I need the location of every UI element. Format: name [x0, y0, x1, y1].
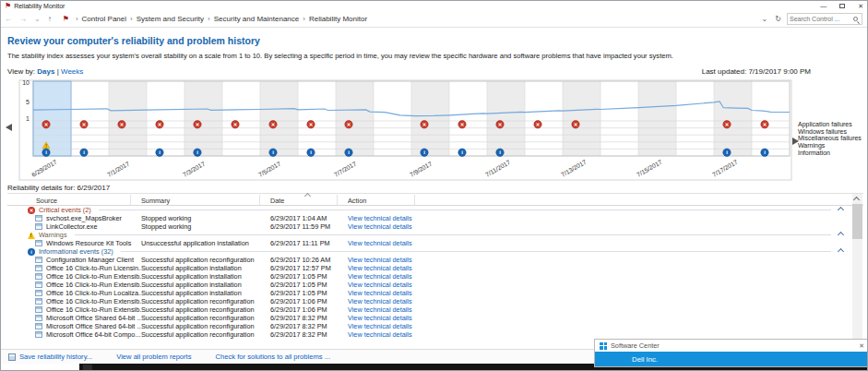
table-row[interactable]: Microsoft Office 64-bit Compo...Successf… [7, 330, 863, 339]
chart-day-column[interactable] [147, 81, 184, 156]
information-event-icon[interactable]: i [723, 149, 731, 156]
search-input[interactable] [788, 16, 853, 22]
view-technical-details-link[interactable]: View technical details [348, 322, 412, 330]
information-event-icon[interactable]: i [42, 149, 50, 156]
close-button[interactable]: ✕ [858, 3, 863, 10]
table-row[interactable]: Microsoft Office Shared 64-bit ...Succes… [7, 314, 863, 322]
view-technical-details-link[interactable]: View technical details [348, 239, 412, 247]
breadcrumb-item[interactable]: Control Panel [82, 15, 126, 23]
group-header-row[interactable]: iInformational events (32) [7, 247, 863, 256]
up-button[interactable]: ↑ [48, 15, 52, 23]
column-header-summary[interactable]: Summary [141, 197, 170, 205]
column-divider[interactable] [130, 195, 131, 205]
critical-event-icon[interactable]: ✕ [80, 121, 88, 128]
breadcrumb-item[interactable]: System and Security [137, 15, 204, 23]
chart-day-column[interactable] [336, 81, 374, 156]
chart-day-column[interactable] [411, 81, 449, 156]
table-row[interactable]: Office 16 Click-to-Run Extensib...Succes… [7, 305, 863, 314]
search-icon[interactable] [853, 17, 858, 21]
critical-event-icon[interactable]: ✕ [345, 121, 352, 128]
chart-day-column[interactable] [449, 81, 487, 156]
table-row[interactable]: svchost.exe_MapsBrokerStopped working6/2… [7, 214, 863, 222]
breadcrumb-item[interactable]: Security and Maintenance [214, 15, 300, 23]
column-header-date[interactable]: Date [270, 197, 284, 205]
information-event-icon[interactable]: i [194, 149, 201, 156]
address-dropdown-icon[interactable]: ⌄ [762, 15, 768, 23]
critical-event-icon[interactable]: ✕ [194, 121, 201, 128]
view-technical-details-link[interactable]: View technical details [348, 305, 412, 314]
critical-event-icon[interactable]: ✕ [572, 121, 579, 128]
table-row[interactable]: Office 16 Click-to-Run Localiza...Succes… [7, 289, 863, 297]
view-technical-details-link[interactable]: View technical details [348, 214, 412, 222]
table-row[interactable]: Office 16 Click-to-Run Extensib...Succes… [7, 281, 863, 289]
information-event-icon[interactable]: i [496, 149, 504, 156]
information-event-icon[interactable]: i [345, 149, 352, 156]
chart-day-column[interactable] [638, 81, 676, 156]
critical-event-icon[interactable]: ✕ [534, 121, 541, 128]
forward-button[interactable]: → [19, 15, 27, 23]
recent-pages-chevron-icon[interactable]: ⌄ [34, 15, 41, 23]
view-technical-details-link[interactable]: View technical details [348, 256, 412, 264]
chart-day-column[interactable] [525, 81, 563, 156]
critical-event-icon[interactable]: ✕ [307, 121, 315, 128]
chart-day-column[interactable] [600, 81, 638, 156]
view-by-days[interactable]: Days [37, 67, 54, 76]
footer-link[interactable]: Save reliability history... [8, 353, 92, 361]
information-event-icon[interactable]: i [156, 149, 163, 156]
chart-day-column[interactable] [71, 81, 109, 156]
information-event-icon[interactable]: i [80, 149, 88, 156]
chart-day-column[interactable] [109, 81, 147, 156]
information-event-icon[interactable]: i [307, 149, 315, 156]
view-technical-details-link[interactable]: View technical details [348, 281, 412, 289]
collapse-group-icon[interactable] [838, 248, 844, 255]
chart-day-column[interactable] [374, 81, 411, 156]
table-row[interactable]: Microsoft Office Shared 64-bit ...Succes… [7, 322, 863, 330]
breadcrumb-item[interactable]: Reliability Monitor [309, 15, 367, 23]
minimize-button[interactable]: — [820, 3, 826, 9]
column-divider[interactable] [259, 195, 260, 205]
chart-day-column[interactable] [676, 81, 714, 156]
chart-day-column[interactable] [563, 81, 600, 156]
critical-event-icon[interactable]: ✕ [156, 121, 163, 128]
chart-day-column[interactable] [222, 81, 260, 156]
chart-day-column[interactable] [184, 81, 222, 156]
collapse-group-icon[interactable] [838, 232, 844, 238]
critical-event-icon[interactable]: ✕ [458, 121, 466, 128]
view-technical-details-link[interactable]: View technical details [348, 289, 412, 297]
critical-event-icon[interactable]: ✕ [269, 121, 277, 128]
column-header-action[interactable]: Action [348, 197, 366, 205]
information-event-icon[interactable]: i [269, 149, 277, 156]
column-divider[interactable] [414, 195, 415, 205]
view-by-weeks[interactable]: Weeks [61, 67, 83, 76]
chart-day-column[interactable] [260, 81, 298, 156]
view-technical-details-link[interactable]: View technical details [348, 222, 412, 231]
group-header-row[interactable]: ✕Critical events (2) [7, 206, 863, 214]
maximize-button[interactable] [839, 4, 845, 8]
table-row[interactable]: Office 16 Click-to-Run Extensib...Succes… [7, 297, 863, 305]
table-row[interactable]: Windows Resource Kit ToolsUnsuccessful a… [7, 239, 863, 247]
table-scrollbar[interactable] [852, 194, 862, 341]
table-row[interactable]: Office 16 Click-to-Run Extensib...Succes… [7, 272, 863, 281]
information-event-icon[interactable]: i [761, 149, 768, 156]
chart-day-column[interactable] [298, 81, 336, 156]
chart-day-column[interactable] [752, 81, 790, 156]
footer-link[interactable]: Check for solutions to all problems ... [216, 353, 331, 361]
collapse-group-icon[interactable] [838, 207, 844, 213]
chart-day-column[interactable] [487, 81, 525, 156]
notification-close-icon[interactable]: ✕ [859, 342, 864, 350]
critical-event-icon[interactable]: ✕ [496, 121, 504, 128]
view-technical-details-link[interactable]: View technical details [348, 297, 412, 305]
critical-event-icon[interactable]: ✕ [232, 121, 239, 128]
view-technical-details-link[interactable]: View technical details [348, 314, 412, 322]
back-button[interactable]: ← [5, 15, 12, 23]
information-event-icon[interactable]: i [421, 149, 428, 156]
table-row[interactable]: Office 16 Click-to-Run Licensin...Succes… [7, 264, 863, 272]
scrollbar-thumb[interactable] [852, 204, 862, 239]
critical-event-icon[interactable]: ✕ [421, 121, 428, 128]
critical-event-icon[interactable]: ✕ [118, 121, 125, 128]
information-event-icon[interactable]: i [458, 149, 466, 156]
view-technical-details-link[interactable]: View technical details [348, 264, 412, 272]
critical-event-icon[interactable]: ✕ [723, 121, 731, 128]
view-technical-details-link[interactable]: View technical details [348, 330, 412, 339]
footer-link[interactable]: View all problem reports [116, 353, 191, 361]
